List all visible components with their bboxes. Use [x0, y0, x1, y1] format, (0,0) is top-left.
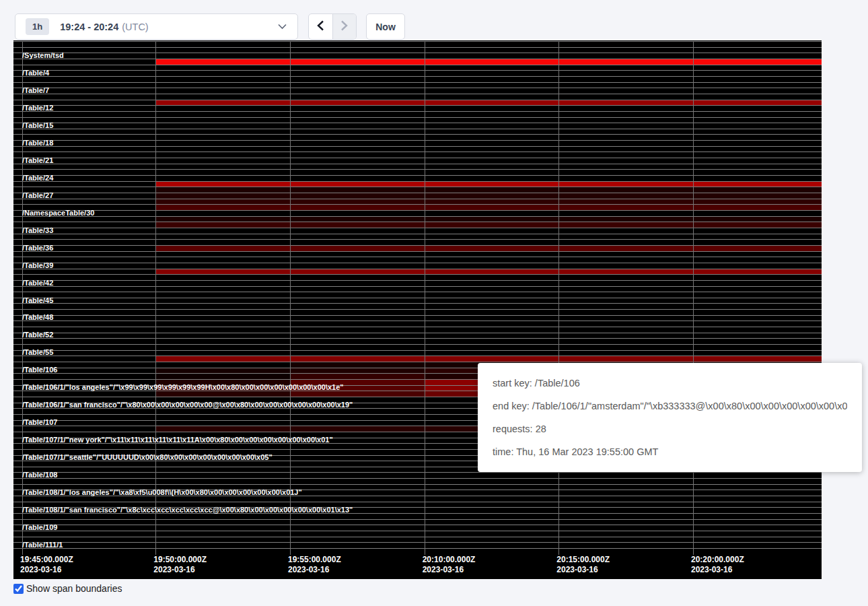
row-key-label: /Table/39 — [22, 262, 53, 269]
heat-band[interactable] — [290, 374, 425, 379]
span-boundary-line — [13, 338, 822, 339]
x-axis-tick: 19:55:00.000Z2023-03-16 — [288, 555, 341, 574]
span-boundary-line — [13, 537, 822, 537]
row-key-label: /System/tsd — [22, 52, 64, 59]
span-boundary-line — [13, 152, 822, 152]
row-key-label: /Table/48 — [22, 314, 53, 321]
heat-band[interactable] — [155, 59, 822, 65]
span-boundary-line — [13, 298, 822, 298]
span-boundary-line — [13, 100, 822, 100]
span-boundary-line — [13, 105, 822, 106]
row-key-label: /Table/12 — [22, 104, 53, 112]
heat-band[interactable] — [155, 187, 822, 193]
span-boundary-line — [13, 70, 822, 71]
heat-band[interactable] — [155, 246, 822, 251]
x-axis-tick: 20:20:00.000Z2023-03-16 — [691, 555, 744, 574]
x-tick-time: 19:55:00.000Z — [288, 555, 341, 565]
time-range-duration-badge: 1h — [26, 18, 49, 35]
row-key-label: /Table/42 — [22, 279, 53, 287]
span-boundary-line — [13, 140, 822, 141]
heat-band[interactable] — [155, 217, 822, 222]
row-key-label: /Table/106/1/"los angeles"/"\x99\x99\x99… — [22, 384, 344, 391]
row-key-label: /Table/33 — [22, 227, 53, 234]
span-boundary-line — [13, 228, 822, 228]
row-key-label: /Table/107 — [22, 419, 57, 426]
span-boundary-line — [13, 478, 822, 479]
span-boundary-line — [13, 280, 822, 281]
x-axis-tick: 19:45:00.000Z2023-03-16 — [20, 555, 73, 574]
x-tick-time: 20:10:00.000Z — [423, 555, 476, 565]
heat-band[interactable] — [155, 182, 822, 187]
time-gridline — [290, 41, 291, 555]
chevron-down-icon — [278, 24, 287, 30]
tooltip-end-key: end key: /Table/106/1/"amsterdam"/"\xb33… — [493, 395, 847, 417]
span-boundary-line — [13, 234, 822, 234]
span-boundary-line — [13, 47, 822, 48]
span-boundary-line — [13, 350, 822, 351]
heat-band[interactable] — [155, 222, 822, 228]
heat-band[interactable] — [155, 356, 822, 362]
time-gridline — [558, 41, 559, 555]
previous-window-button[interactable] — [309, 14, 332, 39]
show-span-boundaries-row: Show span boundaries — [13, 583, 122, 594]
span-boundary-line — [13, 484, 822, 485]
now-button[interactable]: Now — [366, 13, 405, 40]
span-boundary-line — [13, 169, 822, 170]
heat-band[interactable] — [155, 193, 822, 199]
span-boundary-line — [13, 239, 822, 240]
x-tick-date: 2023-03-16 — [153, 565, 207, 575]
row-key-label: /Table/107/1/"new york"/"\x11\x11\x11\x1… — [22, 436, 333, 444]
heat-band[interactable] — [155, 368, 290, 374]
heat-band[interactable] — [290, 391, 425, 397]
x-tick-date: 2023-03-16 — [556, 565, 610, 575]
span-boundary-line — [13, 344, 822, 345]
row-key-label: /Table/7 — [22, 87, 49, 94]
span-boundary-line — [13, 117, 822, 118]
time-range-selector[interactable]: 1h 19:24 - 20:24 (UTC) — [15, 13, 298, 40]
x-tick-date: 2023-03-16 — [20, 565, 73, 575]
heat-band[interactable] — [155, 374, 290, 379]
row-key-label: /Table/24 — [22, 174, 53, 182]
key-visualizer-canvas[interactable]: /System/tsd/Table/4/Table/7/Table/12/Tab… — [13, 40, 822, 579]
next-window-button[interactable] — [332, 14, 357, 39]
span-boundary-line — [13, 309, 822, 310]
span-boundary-line — [13, 274, 822, 275]
row-key-label: /NamespaceTable/30 — [22, 209, 94, 217]
row-key-label: /Table/109 — [22, 524, 57, 531]
span-boundary-line — [13, 175, 822, 176]
span-boundary-line — [13, 88, 822, 88]
span-boundary-line — [13, 193, 822, 193]
x-tick-time: 19:45:00.000Z — [20, 555, 73, 565]
heat-band[interactable] — [155, 199, 822, 205]
span-boundary-line — [13, 292, 822, 292]
time-window-pager — [308, 13, 357, 40]
span-boundary-line — [13, 204, 822, 205]
span-boundary-line — [13, 111, 822, 112]
heat-band[interactable] — [155, 269, 822, 275]
row-key-label: /Table/21 — [22, 157, 53, 164]
time-gridline — [693, 41, 694, 555]
span-boundary-line — [13, 303, 822, 304]
span-boundary-line — [13, 472, 822, 473]
span-boundary-line — [13, 356, 822, 356]
show-span-boundaries-checkbox[interactable] — [13, 584, 24, 594]
span-boundary-line — [13, 158, 822, 158]
span-boundary-line — [13, 362, 822, 362]
span-boundary-line — [13, 257, 822, 257]
x-axis-tick: 19:50:00.000Z2023-03-16 — [153, 555, 207, 574]
span-boundary-line — [13, 327, 822, 327]
span-boundary-line — [13, 65, 822, 65]
span-boundary-line — [13, 502, 822, 502]
span-boundary-line — [13, 245, 822, 246]
x-tick-date: 2023-03-16 — [288, 565, 341, 575]
heat-band[interactable] — [155, 391, 290, 397]
heat-band[interactable] — [155, 205, 822, 210]
time-range-text: 19:24 - 20:24 — [60, 22, 118, 32]
row-key-label: /Table/52 — [22, 331, 53, 339]
span-boundary-line — [13, 123, 822, 123]
tooltip-requests: requests: 28 — [493, 417, 847, 440]
span-boundary-line — [13, 76, 822, 77]
heat-band[interactable] — [290, 368, 425, 374]
heat-band[interactable] — [155, 100, 822, 106]
span-boundary-line — [13, 216, 822, 217]
